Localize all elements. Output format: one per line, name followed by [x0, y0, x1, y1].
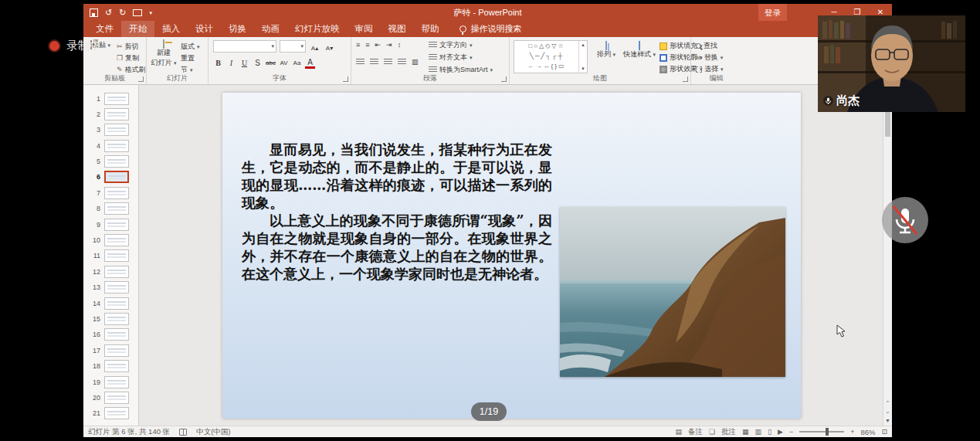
quick-styles-button[interactable]: 快速样式 ▾ [622, 42, 656, 59]
align-center-icon[interactable] [370, 59, 378, 66]
slide-thumbnail[interactable] [104, 93, 129, 105]
slide-thumb-row[interactable]: 14 [88, 297, 138, 310]
slide-thumb-row[interactable]: 5 [88, 155, 138, 168]
slide-thumb-row[interactable]: 10 [88, 234, 138, 247]
align-right-icon[interactable] [384, 59, 392, 66]
dialog-launcher-icon[interactable] [138, 76, 144, 82]
scroll-down-icon[interactable]: ▼ [883, 416, 892, 426]
slide-thumbnail[interactable] [104, 249, 129, 262]
next-slide-icon[interactable]: ⌄ [883, 407, 892, 416]
slide-thumbnail[interactable] [104, 281, 129, 293]
ribbon-tab[interactable]: 审阅 [348, 21, 381, 37]
arrange-button[interactable]: 排列 ▾ [592, 42, 621, 59]
zoom-level[interactable]: 86% [860, 428, 875, 436]
slide-thumb-row[interactable]: 8 [88, 202, 138, 215]
ribbon-tab[interactable]: 文件 [88, 21, 121, 37]
comments-toggle[interactable]: 批注 [721, 427, 736, 437]
slide-thumbnail[interactable] [104, 328, 129, 341]
ribbon-tab[interactable]: 插入 [154, 21, 188, 37]
cut-button[interactable]: ✂ 剪切 [117, 42, 139, 52]
slide-thumbnail[interactable] [104, 344, 129, 357]
numbering-icon[interactable]: ≡ [365, 42, 369, 49]
fit-slide-icon[interactable]: ⊡ [881, 429, 887, 436]
font-size-combo[interactable]: ▾ [280, 40, 306, 53]
decrease-indent-icon[interactable]: ⇤ [375, 42, 381, 49]
ribbon-tab[interactable]: 视图 [381, 21, 414, 37]
replace-button[interactable]: ab 替换 ▾ [696, 53, 723, 63]
ribbon-tab[interactable]: 幻灯片放映 [287, 21, 348, 37]
slideshow-view-icon[interactable]: ▶ [778, 429, 783, 436]
slide-thumb-row[interactable]: 18 [88, 360, 138, 373]
ribbon-tab[interactable]: 开始 [121, 21, 154, 37]
zoom-out-icon[interactable]: − [789, 429, 793, 436]
layout-button[interactable]: 版式 ▾ [181, 42, 200, 52]
increase-indent-icon[interactable]: ⇥ [386, 42, 392, 49]
ribbon-tab[interactable]: 切换 [221, 21, 254, 37]
coast-photo[interactable] [560, 207, 785, 377]
dialog-launcher-icon[interactable] [343, 76, 348, 82]
font-name-combo[interactable]: ▾ [213, 40, 276, 53]
grow-font-button[interactable]: A▴ [310, 42, 320, 54]
slide-thumbnail[interactable] [104, 313, 129, 325]
slide-text-block[interactable]: 显而易见，当我们说发生，指某种行为正在发生，它是动态的，而不是静止的。于是可以说… [242, 141, 552, 283]
strikethrough-button[interactable]: abc [266, 57, 276, 69]
slide-thumb-row[interactable]: 13 [88, 281, 138, 294]
slide-thumb-row[interactable]: 12 [88, 265, 138, 278]
slide-thumbnail[interactable] [104, 407, 129, 419]
columns-icon[interactable]: ▥ [412, 59, 419, 66]
slide-thumb-row[interactable]: 20 [88, 391, 138, 404]
shapes-gallery[interactable]: □○△◇▽☆ ╲─╱┐┌┼ ←→↔{}▭ ▲ ▼ [514, 40, 588, 73]
slide[interactable]: 显而易见，当我们说发生，指某种行为正在发生，它是动态的，而不是静止的。于是可以说… [222, 93, 801, 419]
character-spacing-button[interactable]: AV [279, 57, 289, 69]
align-text-button[interactable]: 对齐文本 ▾ [429, 53, 473, 63]
zoom-in-icon[interactable]: + [850, 429, 854, 436]
notes-toggle[interactable]: 备注 [688, 427, 703, 437]
text-direction-button[interactable]: 文字方向 ▾ [429, 40, 473, 50]
normal-view-icon[interactable]: ▦ [742, 429, 749, 436]
bold-button[interactable]: B [213, 57, 223, 69]
previous-slide-icon[interactable]: ⌃ [883, 399, 892, 407]
slide-thumb-row[interactable]: 21 [88, 407, 138, 420]
find-button[interactable]: 查找 [696, 41, 717, 51]
slide-thumb-row[interactable]: 4 [88, 139, 138, 152]
slide-thumbnail[interactable] [104, 155, 129, 168]
slide-thumbnail[interactable] [104, 266, 129, 278]
text-shadow-button[interactable]: S [253, 57, 263, 69]
slide-thumb-row[interactable]: 2 [88, 107, 138, 120]
slide-thumb-row[interactable]: 7 [88, 186, 138, 199]
slide-thumb-row[interactable]: 11 [88, 249, 138, 263]
mic-muted-button[interactable] [881, 196, 929, 244]
zoom-slider[interactable] [799, 431, 844, 433]
slide-thumbnail[interactable] [104, 140, 129, 152]
ribbon-tab[interactable]: 帮助 [414, 21, 447, 37]
align-left-icon[interactable] [356, 59, 365, 66]
dialog-launcher-icon[interactable] [683, 76, 688, 82]
slide-thumb-row[interactable]: 1 [88, 92, 138, 105]
zoom-slider-thumb[interactable] [826, 428, 829, 436]
language-status[interactable]: 中文(中国) [196, 427, 230, 437]
slide-thumbnail[interactable] [104, 124, 129, 136]
line-spacing-icon[interactable]: ↕ [398, 42, 402, 49]
shapes-gallery-scroll[interactable]: ▲ ▼ [578, 41, 587, 73]
slide-thumb-row[interactable]: 15 [88, 312, 138, 325]
tell-me-search[interactable]: 操作说明搜索 [459, 21, 522, 37]
slide-thumb-row[interactable]: 6 [88, 171, 138, 184]
slide-thumbnail[interactable] [104, 392, 129, 404]
slide-thumbnail[interactable] [104, 219, 129, 231]
slide-thumbnail[interactable] [104, 171, 129, 183]
vertical-scrollbar[interactable]: ▲ ⌃ ⌄ ▼ [883, 85, 892, 426]
change-case-button[interactable]: Aa [292, 57, 302, 69]
reading-view-icon[interactable]: ▯ [768, 429, 771, 436]
slide-thumbnail[interactable] [104, 376, 129, 388]
italic-button[interactable]: I [226, 57, 236, 69]
ribbon-tab[interactable]: 设计 [188, 21, 221, 37]
bullets-icon[interactable]: ≡ [356, 42, 360, 49]
slide-thumb-row[interactable]: 16 [88, 328, 138, 341]
underline-button[interactable]: U [239, 57, 249, 69]
slide-thumbnail[interactable] [104, 108, 129, 120]
font-color-button[interactable]: A [305, 58, 315, 69]
slide-thumbnail[interactable] [104, 187, 129, 199]
slide-thumbnail[interactable] [104, 297, 129, 310]
shrink-font-button[interactable]: A▾ [324, 42, 334, 54]
slide-thumb-row[interactable]: 17 [88, 344, 138, 357]
